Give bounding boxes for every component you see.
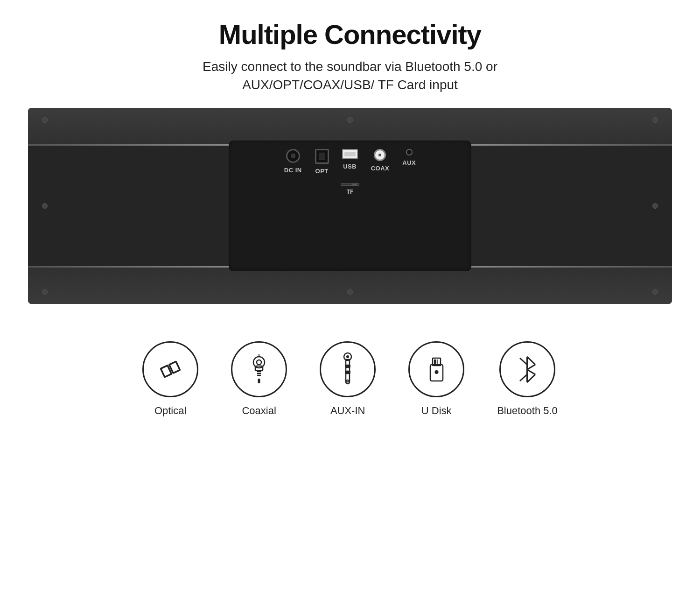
bluetooth-label: Bluetooth 5.0 <box>497 405 558 417</box>
soundbar-body: DC IN OPT USB COAX <box>28 108 672 304</box>
aux-label: AUX <box>402 159 416 166</box>
ports-row-main: DC IN OPT USB COAX <box>284 149 416 175</box>
screw-tm <box>347 117 353 123</box>
icon-item-optical: Optical <box>142 341 198 417</box>
soundbar-section: DC IN OPT USB COAX <box>28 108 672 304</box>
svg-point-4 <box>257 360 261 365</box>
udisk-label: U Disk <box>421 405 452 417</box>
coax-label: COAX <box>371 165 390 172</box>
coaxial-label: Coaxial <box>242 405 276 417</box>
port-aux: AUX <box>402 149 416 166</box>
aux-icon <box>336 353 359 386</box>
port-dc-in: DC IN <box>284 149 302 174</box>
usb-disk-icon <box>424 354 449 385</box>
svg-line-25 <box>527 365 536 370</box>
screw-mr <box>652 203 658 209</box>
soundbar-bottom-bar <box>28 267 672 304</box>
udisk-icon-circle <box>408 341 464 397</box>
aux-label: AUX-IN <box>330 405 365 417</box>
main-title: Multiple Connectivity <box>203 19 497 50</box>
tf-label: TF <box>347 189 354 195</box>
dc-in-label: DC IN <box>284 167 302 174</box>
coax-connector <box>374 149 386 161</box>
svg-rect-20 <box>434 359 436 364</box>
subtitle: Easily connect to the soundbar via Bluet… <box>203 57 497 94</box>
svg-point-11 <box>346 355 349 358</box>
dc-in-connector <box>286 149 300 163</box>
header-section: Multiple Connectivity Easily connect to … <box>203 19 497 94</box>
bluetooth-icon-circle <box>499 341 555 397</box>
screw-ml <box>42 203 48 209</box>
tf-connector <box>341 183 359 186</box>
coaxial-icon <box>245 353 273 386</box>
usb-label: USB <box>343 163 357 170</box>
aux-connector <box>406 149 413 155</box>
svg-line-29 <box>520 374 527 381</box>
tf-card-row: TF <box>341 183 359 195</box>
port-panel: DC IN OPT USB COAX <box>229 141 471 271</box>
optical-icon <box>156 355 184 383</box>
soundbar-image: DC IN OPT USB COAX <box>28 108 672 304</box>
soundbar-top-bar <box>28 108 672 145</box>
svg-line-28 <box>520 358 527 365</box>
svg-line-26 <box>527 369 536 374</box>
icon-item-aux: AUX-IN <box>320 341 376 417</box>
port-usb: USB <box>342 149 358 170</box>
optical-icon-circle <box>142 341 198 397</box>
opt-connector <box>315 149 329 164</box>
port-coax: COAX <box>371 149 390 172</box>
coaxial-icon-circle <box>231 341 287 397</box>
svg-point-22 <box>434 370 438 374</box>
opt-label: OPT <box>315 168 329 175</box>
screw-bm <box>347 289 353 295</box>
bluetooth-icon <box>514 354 540 385</box>
port-opt: OPT <box>315 149 329 175</box>
aux-icon-circle <box>320 341 376 397</box>
icon-item-udisk: U Disk <box>408 341 464 417</box>
optical-label: Optical <box>154 405 186 417</box>
icons-section: Optical <box>142 332 558 426</box>
svg-rect-14 <box>346 367 350 371</box>
svg-line-24 <box>527 357 536 365</box>
icon-item-bluetooth: Bluetooth 5.0 <box>497 341 558 417</box>
icon-item-coaxial: Coaxial <box>231 341 287 417</box>
usb-connector <box>342 149 358 159</box>
svg-line-27 <box>527 374 536 382</box>
